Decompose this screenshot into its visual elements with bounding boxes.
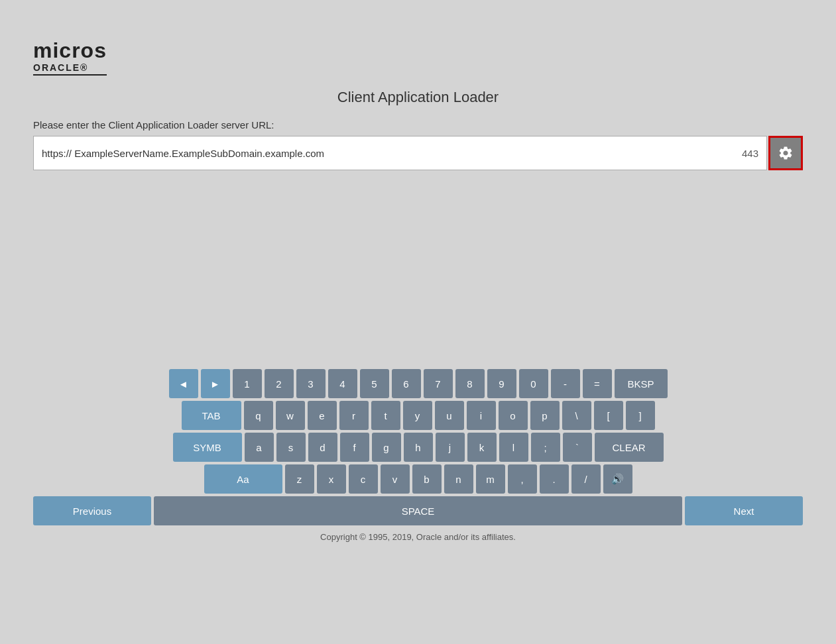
logo-area: micros ORACLE®	[33, 40, 107, 76]
keyboard-area: ◄ ► 1 2 3 4 5 6 7 8 9 0 - = BKSP TAB q w…	[33, 369, 803, 525]
settings-icon	[778, 145, 794, 161]
page-title: Client Application Loader	[33, 89, 803, 106]
keyboard-row-1: ◄ ► 1 2 3 4 5 6 7 8 9 0 - = BKSP	[33, 369, 803, 398]
keyboard-row-2: TAB q w e r t y u i o p \ [ ]	[33, 401, 803, 430]
key-close-bracket[interactable]: ]	[626, 401, 655, 430]
key-equals[interactable]: =	[583, 369, 612, 398]
key-h[interactable]: h	[404, 433, 433, 462]
url-port: 443	[742, 148, 758, 159]
key-t[interactable]: t	[371, 401, 400, 430]
keyboard-row-5: Previous SPACE Next	[33, 496, 803, 525]
key-e[interactable]: e	[308, 401, 337, 430]
next-button[interactable]: Next	[685, 496, 803, 525]
key-g[interactable]: g	[372, 433, 401, 462]
key-z[interactable]: z	[285, 464, 314, 494]
key-period[interactable]: .	[540, 464, 569, 494]
key-3[interactable]: 3	[296, 369, 326, 398]
key-semicolon[interactable]: ;	[531, 433, 560, 462]
key-2[interactable]: 2	[265, 369, 294, 398]
key-backslash[interactable]: \	[562, 401, 591, 430]
key-left-arrow[interactable]: ◄	[169, 369, 198, 398]
key-1[interactable]: 1	[233, 369, 262, 398]
key-slash[interactable]: /	[571, 464, 601, 494]
key-c[interactable]: c	[349, 464, 378, 494]
logo-micros: micros	[33, 40, 107, 61]
key-symb[interactable]: SYMB	[173, 433, 242, 462]
key-clear[interactable]: CLEAR	[595, 433, 664, 462]
key-j[interactable]: j	[436, 433, 465, 462]
key-9[interactable]: 9	[487, 369, 516, 398]
keyboard-row-3: SYMB a s d f g h j k l ; ` CLEAR	[33, 433, 803, 462]
key-8[interactable]: 8	[455, 369, 485, 398]
key-m[interactable]: m	[476, 464, 505, 494]
key-y[interactable]: y	[403, 401, 432, 430]
previous-button[interactable]: Previous	[33, 496, 151, 525]
key-r[interactable]: r	[339, 401, 369, 430]
key-d[interactable]: d	[308, 433, 337, 462]
form-label: Please enter the Client Application Load…	[33, 119, 274, 131]
url-row: https:// ExampleServerName.ExampleSubDom…	[33, 136, 803, 170]
key-open-bracket[interactable]: [	[594, 401, 623, 430]
url-input-wrapper[interactable]: https:// ExampleServerName.ExampleSubDom…	[33, 136, 767, 170]
key-i[interactable]: i	[467, 401, 496, 430]
logo-oracle: ORACLE®	[33, 62, 107, 76]
space-button[interactable]: SPACE	[154, 496, 682, 525]
key-f[interactable]: f	[340, 433, 369, 462]
keyboard-row-4: Aa z x c v b n m , . / 🔊	[33, 464, 803, 494]
settings-button[interactable]	[768, 136, 803, 170]
key-w[interactable]: w	[276, 401, 305, 430]
key-backspace[interactable]: BKSP	[615, 369, 668, 398]
url-input-text: https:// ExampleServerName.ExampleSubDom…	[42, 148, 737, 159]
key-k[interactable]: k	[467, 433, 497, 462]
key-6[interactable]: 6	[392, 369, 421, 398]
key-0[interactable]: 0	[519, 369, 548, 398]
key-right-arrow[interactable]: ►	[201, 369, 230, 398]
key-tab[interactable]: TAB	[182, 401, 241, 430]
key-7[interactable]: 7	[424, 369, 453, 398]
key-backtick[interactable]: `	[563, 433, 592, 462]
key-x[interactable]: x	[317, 464, 346, 494]
key-v[interactable]: v	[381, 464, 410, 494]
key-n[interactable]: n	[444, 464, 473, 494]
key-aa[interactable]: Aa	[204, 464, 282, 494]
key-a[interactable]: a	[245, 433, 274, 462]
key-sound[interactable]: 🔊	[603, 464, 632, 494]
key-q[interactable]: q	[244, 401, 273, 430]
key-s[interactable]: s	[276, 433, 306, 462]
key-4[interactable]: 4	[328, 369, 357, 398]
key-l[interactable]: l	[499, 433, 528, 462]
key-p[interactable]: p	[530, 401, 560, 430]
key-5[interactable]: 5	[360, 369, 389, 398]
key-b[interactable]: b	[412, 464, 442, 494]
key-minus[interactable]: -	[551, 369, 580, 398]
key-comma[interactable]: ,	[508, 464, 537, 494]
copyright: Copyright © 1995, 2019, Oracle and/or it…	[33, 532, 803, 542]
key-u[interactable]: u	[435, 401, 464, 430]
key-o[interactable]: o	[499, 401, 528, 430]
